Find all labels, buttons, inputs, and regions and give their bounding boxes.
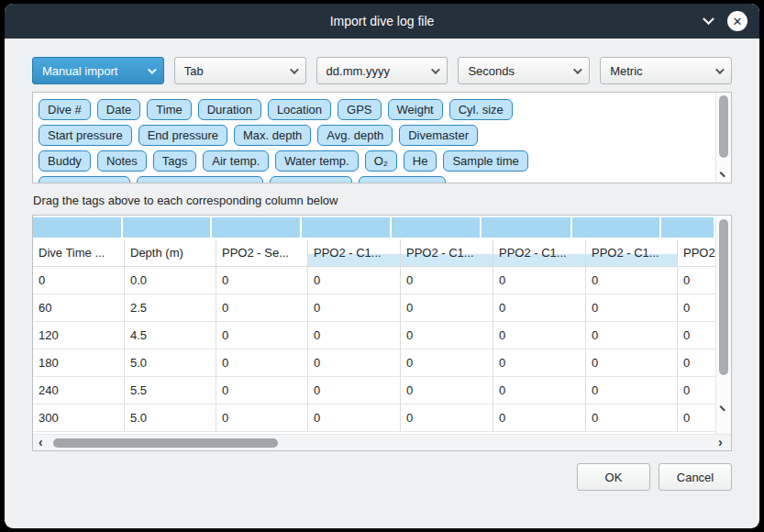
table-cell: 0.0	[125, 267, 216, 294]
table-cell: 0	[216, 322, 308, 349]
drag-tag[interactable]: O₂	[365, 150, 397, 172]
drag-tag[interactable]: Date	[97, 99, 140, 120]
drag-tag[interactable]: Start pressure	[39, 125, 132, 146]
table-horizontal-scrollbar[interactable]: ‹ ›	[33, 434, 731, 450]
table-row: 00.0000000	[33, 267, 715, 294]
tag-row: Dive #DateTimeDurationLocationGPSWeightC…	[39, 99, 709, 120]
scrollbar-handle[interactable]	[719, 95, 728, 158]
drag-tag[interactable]: GPS	[338, 99, 381, 120]
drag-tag[interactable]: Avg. depth	[317, 125, 393, 146]
table-cell: 0	[493, 349, 586, 377]
table-column-header[interactable]: PPO2 - C1...	[401, 239, 493, 267]
drag-tag[interactable]: Tags	[153, 150, 196, 172]
drag-tag[interactable]: Sample temperature	[137, 176, 263, 183]
table-column-header[interactable]: Dive Time ...	[33, 239, 125, 267]
table-row: 1204.5000000	[33, 322, 715, 349]
scroll-down-icon[interactable]	[720, 403, 729, 412]
table-cell: 0	[308, 349, 401, 377]
table-cell: 2.5	[125, 294, 216, 322]
dropdown-date-format[interactable]: dd.mm.yyyy	[316, 57, 448, 84]
drag-tag[interactable]: Divemaster	[399, 125, 478, 146]
drag-tag[interactable]: Max. depth	[234, 125, 311, 146]
table-column-header[interactable]: PPO2 - C1...	[308, 239, 401, 267]
table-cell: 0	[401, 294, 493, 322]
chevron-down-icon[interactable]	[703, 13, 714, 25]
drag-tag[interactable]: He	[404, 150, 437, 172]
drag-tag[interactable]: Water temp.	[275, 150, 358, 172]
drag-tag[interactable]: Air temp.	[203, 150, 269, 172]
drag-tag[interactable]: End pressure	[138, 125, 227, 146]
drop-target-cell[interactable]	[212, 217, 300, 238]
cancel-button[interactable]: Cancel	[659, 463, 732, 491]
dropdown-value: Seconds	[468, 64, 515, 78]
drop-target-cell[interactable]	[572, 217, 660, 238]
table-cell: 120	[33, 322, 125, 349]
table-column-header[interactable]: PPO2 - C1...	[586, 239, 678, 267]
table-cell: 0	[216, 349, 308, 377]
table-cell: 0	[216, 294, 308, 322]
scroll-left-icon[interactable]: ‹	[39, 438, 46, 446]
drop-target-cell[interactable]	[482, 217, 570, 238]
chevron-down-icon	[431, 65, 440, 74]
drag-tag[interactable]: Weight	[388, 99, 443, 120]
table-cell: 0	[401, 405, 493, 432]
table-cell: 0	[401, 377, 493, 405]
table-cell: 180	[33, 349, 125, 377]
drop-target-cell[interactable]	[661, 217, 714, 238]
scrollbar-handle[interactable]	[719, 219, 728, 375]
table-column-header[interactable]: PPO2	[678, 239, 715, 267]
table-column-header[interactable]: Depth (m)	[125, 239, 216, 267]
drag-tag[interactable]: Location	[268, 99, 331, 120]
table-cell: 0	[308, 377, 401, 405]
drag-tag[interactable]: Dive #	[39, 99, 91, 120]
table-column-header[interactable]: PPO2 - Se...	[216, 239, 308, 267]
dropdown-value: Manual import	[42, 64, 117, 78]
drop-target-row	[33, 216, 715, 239]
table-cell: 0	[586, 405, 678, 432]
table-cell: 0	[216, 267, 308, 294]
table-cell: 0	[401, 322, 493, 349]
drop-target-cell[interactable]	[123, 217, 211, 238]
table-row: 3005.0000000	[33, 405, 715, 432]
tag-area: Dive #DateTimeDurationLocationGPSWeightC…	[32, 92, 732, 183]
dropdown-value: dd.mm.yyyy	[327, 64, 390, 78]
import-dialog: Import dive log file ✕ Manual importTabd…	[5, 4, 759, 528]
column-header-row: Dive Time ...Depth (m)PPO2 - Se...PPO2 -…	[33, 239, 715, 267]
drag-tag[interactable]: Notes	[97, 150, 147, 172]
table-row: 602.5000000	[33, 294, 715, 322]
dropdown-value: Tab	[184, 64, 204, 78]
scrollbar-handle[interactable]	[53, 438, 278, 448]
drag-tag[interactable]: Sample CNS	[359, 176, 446, 183]
title-bar[interactable]: Import dive log file ✕	[5, 4, 759, 39]
table-cell: 4.5	[125, 322, 216, 349]
ok-button[interactable]: OK	[577, 463, 650, 491]
table-column-header[interactable]: PPO2 - C1...	[493, 239, 586, 267]
close-button[interactable]: ✕	[727, 11, 747, 31]
drag-tag[interactable]: Duration	[198, 99, 261, 120]
drag-tag[interactable]: Cyl. size	[449, 99, 513, 120]
drop-target-cell[interactable]	[392, 217, 480, 238]
table-cell: 240	[33, 377, 125, 405]
tag-area-scrollbar[interactable]	[715, 93, 731, 183]
drag-tag[interactable]: Time	[147, 99, 191, 120]
table-cell: 0	[586, 294, 678, 322]
scroll-down-icon[interactable]	[720, 169, 729, 178]
drag-tag[interactable]: Sample depth	[39, 176, 130, 183]
dropdown-units[interactable]: Metric	[600, 57, 732, 84]
dropdown-import-mode[interactable]: Manual import	[32, 57, 164, 84]
drop-target-cell[interactable]	[33, 217, 121, 238]
table-cell: 0	[308, 405, 401, 432]
dropdown-value: Metric	[610, 64, 642, 78]
drop-target-cell[interactable]	[302, 217, 390, 238]
drag-tag[interactable]: Sample pO₂	[270, 176, 352, 183]
drag-tag[interactable]: Buddy	[39, 150, 91, 172]
table-cell: 0	[33, 267, 125, 294]
import-preview-table: Dive Time ...Depth (m)PPO2 - Se...PPO2 -…	[32, 215, 732, 451]
dropdown-field-separator[interactable]: Tab	[174, 57, 306, 84]
dropdown-duration-format[interactable]: Seconds	[458, 57, 590, 84]
table-vertical-scrollbar[interactable]	[715, 216, 731, 434]
scroll-right-icon[interactable]: ›	[718, 438, 725, 446]
drag-tag[interactable]: Sample time	[443, 150, 527, 172]
table-cell: 5.0	[125, 349, 216, 377]
chevron-down-icon	[148, 65, 157, 74]
